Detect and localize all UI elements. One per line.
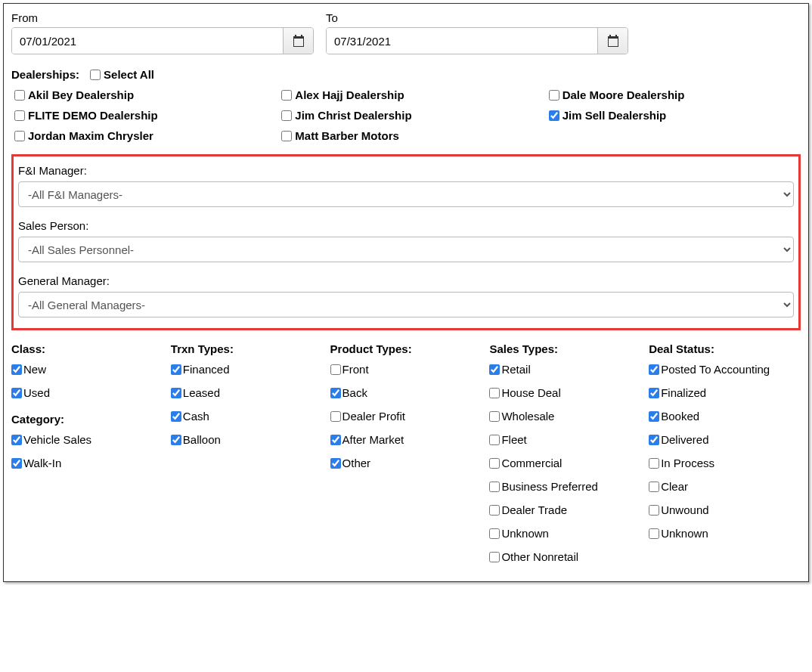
trxn-checkbox[interactable] — [171, 364, 181, 375]
deal-checkbox[interactable] — [649, 411, 659, 422]
class-checkbox[interactable] — [11, 388, 22, 398]
dealership-item[interactable]: Alex Hajj Dealership — [281, 88, 533, 101]
deal-checkbox[interactable] — [649, 482, 659, 492]
sales-label: Other Nonretail — [501, 550, 578, 563]
deal-checkbox[interactable] — [649, 505, 659, 516]
product-label: Other — [342, 457, 371, 469]
trxn-item[interactable]: Leased — [171, 386, 323, 399]
sales-item[interactable]: Retail — [489, 363, 641, 376]
sales-checkbox[interactable] — [489, 388, 500, 398]
category-item[interactable]: Vehicle Sales — [11, 433, 163, 446]
trxn-checkbox[interactable] — [171, 411, 181, 422]
deal-item[interactable]: Unknown — [649, 527, 801, 540]
select-all-checkbox-label[interactable]: Select All — [90, 68, 154, 81]
deal-checkbox[interactable] — [649, 528, 659, 539]
trxn-checkbox[interactable] — [171, 435, 181, 445]
class-item[interactable]: Used — [11, 386, 163, 399]
sales-checkbox[interactable] — [489, 458, 500, 469]
deal-item[interactable]: Booked — [649, 410, 801, 423]
from-calendar-button[interactable] — [283, 28, 313, 54]
from-date-input[interactable] — [12, 28, 283, 54]
sales-checkbox[interactable] — [489, 364, 500, 375]
sales-label: Business Preferred — [501, 480, 598, 493]
product-item[interactable]: Dealer Profit — [330, 410, 482, 423]
sales-checkbox[interactable] — [489, 505, 500, 516]
sales-item[interactable]: Dealer Trade — [489, 503, 641, 516]
dealership-checkbox[interactable] — [281, 131, 292, 141]
sales-item[interactable]: Wholesale — [489, 410, 641, 423]
deal-item[interactable]: Finalized — [649, 386, 801, 399]
sales-item[interactable]: Commercial — [489, 457, 641, 469]
sales-item[interactable]: Business Preferred — [489, 480, 641, 493]
sales-item[interactable]: House Deal — [489, 386, 641, 399]
sales-item[interactable]: Fleet — [489, 433, 641, 446]
dealership-item[interactable]: FLITE DEMO Dealership — [14, 109, 266, 122]
to-calendar-button[interactable] — [597, 28, 628, 54]
dealership-item[interactable]: Jim Sell Dealership — [549, 109, 801, 122]
fi-manager-select[interactable]: -All F&I Managers- — [18, 181, 794, 207]
dealership-label: Alex Hajj Dealership — [295, 88, 404, 101]
dealership-checkbox[interactable] — [14, 110, 25, 121]
class-item[interactable]: New — [11, 363, 163, 376]
sales-person-block: Sales Person: -All Sales Personnel- — [18, 219, 794, 262]
trxn-checkbox[interactable] — [171, 388, 181, 398]
dealership-label: Matt Barber Motors — [295, 129, 399, 142]
trxn-item[interactable]: Financed — [171, 363, 323, 376]
sales-person-select[interactable]: -All Sales Personnel- — [18, 237, 794, 262]
trxn-item[interactable]: Cash — [171, 410, 323, 423]
product-label: Front — [342, 363, 369, 376]
dealership-checkbox[interactable] — [14, 131, 25, 141]
deal-checkbox[interactable] — [649, 388, 659, 398]
trxn-item[interactable]: Balloon — [171, 433, 323, 446]
product-item[interactable]: Front — [330, 363, 482, 376]
deal-checkbox[interactable] — [649, 364, 659, 375]
product-checkbox[interactable] — [330, 411, 341, 422]
dealership-item[interactable]: Dale Moore Dealership — [549, 88, 801, 101]
dealership-item[interactable]: Jordan Maxim Chrysler — [14, 129, 266, 142]
deal-item[interactable]: Delivered — [649, 433, 801, 446]
sales-checkbox[interactable] — [489, 482, 500, 492]
deal-checkbox[interactable] — [649, 435, 659, 445]
sales-checkbox[interactable] — [489, 411, 500, 422]
dealerships-header: Dealerships: Select All — [11, 68, 801, 81]
deal-checkbox[interactable] — [649, 458, 659, 469]
general-manager-select[interactable]: -All General Managers- — [18, 292, 794, 317]
deal-item[interactable]: Posted To Accounting — [649, 363, 801, 376]
class-checkbox[interactable] — [11, 364, 22, 375]
product-item[interactable]: After Market — [330, 433, 482, 446]
product-item[interactable]: Other — [330, 457, 482, 469]
dealership-item[interactable]: Akil Bey Dealership — [14, 88, 266, 101]
dealership-checkbox[interactable] — [14, 90, 25, 101]
dealership-checkbox[interactable] — [549, 90, 559, 101]
to-input-group — [326, 27, 628, 54]
from-input-group — [11, 27, 314, 54]
deal-label: Booked — [661, 410, 699, 423]
dealership-checkbox[interactable] — [549, 110, 559, 121]
sales-item[interactable]: Other Nonretail — [489, 550, 641, 563]
sales-checkbox[interactable] — [489, 435, 500, 445]
category-item[interactable]: Walk-In — [11, 457, 163, 469]
sales-checkbox[interactable] — [489, 552, 500, 562]
dealership-label: Jim Christ Dealership — [295, 109, 411, 122]
dealership-checkbox[interactable] — [281, 110, 292, 121]
deal-item[interactable]: In Process — [649, 457, 801, 469]
product-checkbox[interactable] — [330, 388, 341, 398]
sales-label: House Deal — [501, 386, 560, 399]
product-checkbox[interactable] — [330, 435, 341, 445]
deal-item[interactable]: Unwound — [649, 503, 801, 516]
dealership-item[interactable]: Jim Christ Dealership — [281, 109, 533, 122]
product-checkbox[interactable] — [330, 458, 341, 469]
product-checkbox[interactable] — [330, 364, 341, 375]
select-all-checkbox[interactable] — [90, 70, 101, 80]
deal-item[interactable]: Clear — [649, 480, 801, 493]
category-checkbox[interactable] — [11, 458, 22, 469]
dealership-item[interactable]: Matt Barber Motors — [281, 129, 533, 142]
filters-row: Class: NewUsed Category: Vehicle SalesWa… — [11, 342, 801, 574]
product-item[interactable]: Back — [330, 386, 482, 399]
sales-item[interactable]: Unknown — [489, 527, 641, 540]
category-checkbox[interactable] — [11, 435, 22, 445]
dealership-checkbox[interactable] — [281, 90, 292, 101]
to-date-input[interactable] — [327, 28, 597, 54]
trxn-column: Trxn Types: FinancedLeasedCashBalloon — [171, 342, 323, 574]
sales-checkbox[interactable] — [489, 528, 500, 539]
